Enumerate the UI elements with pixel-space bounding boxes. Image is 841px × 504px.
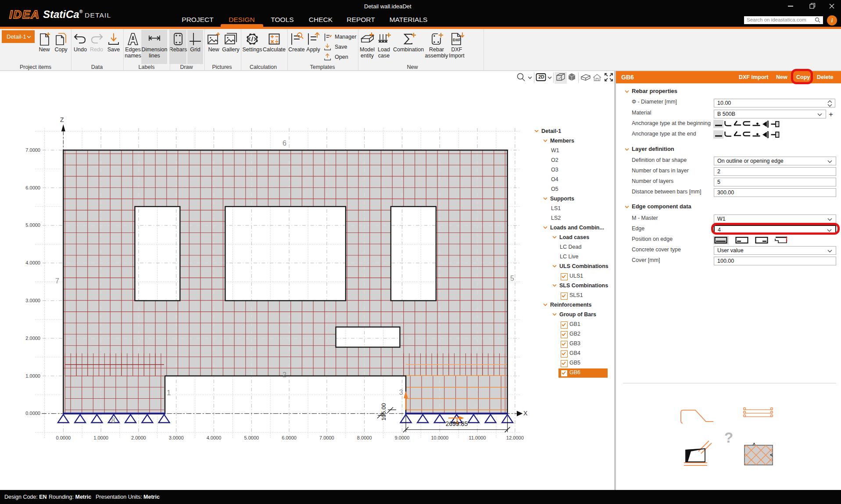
svg-text:3.0000: 3.0000 <box>169 435 184 440</box>
svg-text:8: 8 <box>111 417 115 424</box>
svg-text:X: X <box>523 410 528 417</box>
svg-text:1.0000: 1.0000 <box>25 373 40 379</box>
svg-text:9.0000: 9.0000 <box>395 435 410 440</box>
svg-text:0.0000: 0.0000 <box>56 435 71 440</box>
svg-text:3: 3 <box>399 389 403 396</box>
svg-text:3.0000: 3.0000 <box>25 298 40 303</box>
svg-text:2.0000: 2.0000 <box>131 435 146 440</box>
svg-text:1: 1 <box>167 389 171 397</box>
svg-text:6.0000: 6.0000 <box>25 185 40 190</box>
svg-text:?: ? <box>724 429 733 446</box>
svg-text:DXF: DXF <box>453 38 461 42</box>
svg-text:7.0000: 7.0000 <box>25 147 40 153</box>
svg-text:10.0000: 10.0000 <box>431 435 448 440</box>
svg-text:6: 6 <box>283 139 286 147</box>
svg-text:4.0000: 4.0000 <box>25 260 40 265</box>
svg-text:8.0000: 8.0000 <box>357 435 372 440</box>
svg-text:2.0000: 2.0000 <box>25 336 40 341</box>
svg-text:12.0000: 12.0000 <box>506 435 524 440</box>
svg-text:5.0000: 5.0000 <box>244 435 259 440</box>
svg-text:7.0000: 7.0000 <box>319 435 334 440</box>
svg-text:Z: Z <box>60 116 64 123</box>
svg-text:1.0000: 1.0000 <box>93 435 108 440</box>
svg-text:5.0000: 5.0000 <box>25 222 40 228</box>
svg-text:2: 2 <box>283 371 286 379</box>
svg-text:2699.85: 2699.85 <box>446 420 468 427</box>
svg-text:5: 5 <box>510 275 514 282</box>
svg-text:0.0000: 0.0000 <box>25 411 40 416</box>
svg-text:7: 7 <box>55 277 59 285</box>
svg-text:105.00: 105.00 <box>380 403 387 421</box>
svg-text:6.0000: 6.0000 <box>282 435 297 440</box>
svg-text:4.0000: 4.0000 <box>207 435 222 440</box>
svg-text:11.0000: 11.0000 <box>469 435 486 440</box>
